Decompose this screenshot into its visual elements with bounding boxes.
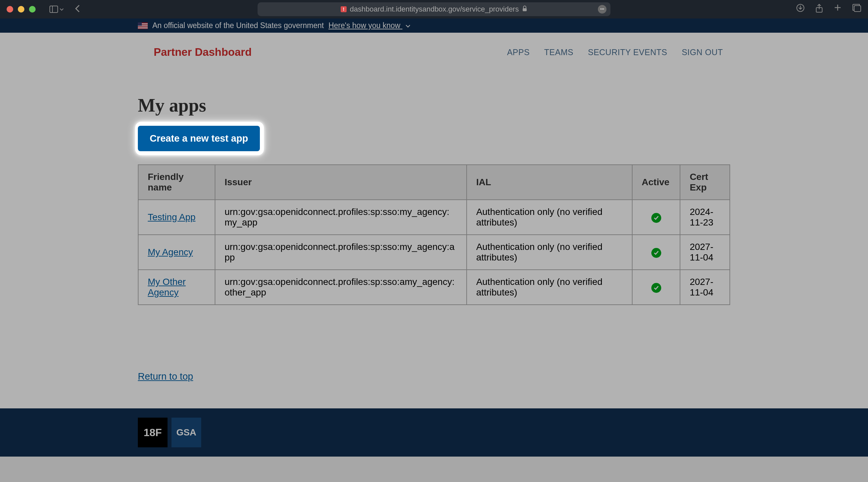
apps-table: Friendly name Issuer IAL Active Cert Exp… [138, 164, 730, 305]
gov-banner-text: An official website of the United States… [152, 21, 324, 30]
cert-cell: 2024-11-23 [680, 200, 730, 235]
check-circle-icon [651, 213, 661, 223]
gsa-logo[interactable]: GSA [172, 418, 201, 447]
check-circle-icon [651, 248, 661, 258]
table-row: My Other Agency urn:gov:gsa:openidconnec… [138, 270, 730, 305]
nav-sign-out[interactable]: SIGN OUT [682, 48, 723, 57]
check-circle-icon [651, 283, 661, 293]
create-button-highlight: Create a new test app [138, 126, 260, 151]
header-bar: Partner Dashboard APPS TEAMS SECURITY EV… [0, 33, 868, 72]
svg-rect-0 [50, 6, 58, 12]
cert-cell: 2027-11-04 [680, 270, 730, 305]
app-link[interactable]: My Other Agency [148, 277, 186, 297]
18f-logo[interactable]: 18F [138, 418, 167, 447]
url-bar[interactable]: ! dashboard.int.identitysandbox.gov/serv… [257, 2, 611, 16]
tabs-overview-icon[interactable] [852, 4, 861, 15]
ial-cell: Authentication only (no verified attribu… [467, 200, 632, 235]
page-title: My apps [138, 95, 730, 116]
ial-cell: Authentication only (no verified attribu… [467, 270, 632, 305]
us-flag-icon [138, 23, 148, 29]
downloads-icon[interactable] [796, 4, 805, 15]
issuer-cell: urn:gov:gsa:openidconnect.profiles:sp:ss… [215, 235, 467, 270]
th-friendly-name: Friendly name [138, 165, 215, 200]
table-header-row: Friendly name Issuer IAL Active Cert Exp [138, 165, 730, 200]
app-link[interactable]: My Agency [148, 247, 193, 257]
warning-icon: ! [341, 6, 347, 12]
extension-icon[interactable]: ••• [598, 5, 607, 13]
nav-security-events[interactable]: SECURITY EVENTS [588, 48, 667, 57]
gov-banner: An official website of the United States… [0, 19, 868, 33]
return-to-top-link[interactable]: Return to top [138, 371, 193, 382]
maximize-window-button[interactable] [29, 6, 36, 12]
th-ial: IAL [467, 165, 632, 200]
active-cell [632, 235, 680, 270]
back-button[interactable] [74, 4, 81, 15]
nav-links: APPS TEAMS SECURITY EVENTS SIGN OUT [507, 48, 723, 57]
nav-apps[interactable]: APPS [507, 48, 530, 57]
issuer-cell: urn:gov:gsa:openidconnect.profiles:sp:ss… [215, 270, 467, 305]
browser-chrome: ! dashboard.int.identitysandbox.gov/serv… [0, 0, 868, 19]
svg-rect-2 [523, 8, 527, 11]
active-cell [632, 270, 680, 305]
window-controls [7, 6, 36, 12]
close-window-button[interactable] [7, 6, 13, 12]
brand-logo[interactable]: Partner Dashboard [154, 46, 252, 58]
issuer-cell: urn:gov:gsa:openidconnect.profiles:sp:ss… [215, 200, 467, 235]
nav-teams[interactable]: TEAMS [544, 48, 574, 57]
footer: 18F GSA [0, 408, 868, 457]
ial-cell: Authentication only (no verified attribu… [467, 235, 632, 270]
url-text: dashboard.int.identitysandbox.gov/servic… [350, 5, 519, 13]
app-link[interactable]: Testing App [148, 212, 195, 222]
create-new-test-app-button[interactable]: Create a new test app [138, 126, 260, 151]
cert-cell: 2027-11-04 [680, 235, 730, 270]
active-cell [632, 200, 680, 235]
share-icon[interactable] [815, 4, 823, 15]
svg-rect-9 [854, 6, 861, 11]
sidebar-toggle-button[interactable] [50, 6, 64, 13]
minimize-window-button[interactable] [18, 6, 24, 12]
table-row: My Agency urn:gov:gsa:openidconnect.prof… [138, 235, 730, 270]
how-you-know-link[interactable]: Here's how you know [329, 21, 411, 30]
table-row: Testing App urn:gov:gsa:openidconnect.pr… [138, 200, 730, 235]
th-cert-exp: Cert Exp [680, 165, 730, 200]
th-active: Active [632, 165, 680, 200]
lock-icon [522, 5, 527, 13]
browser-right-controls [796, 4, 861, 15]
new-tab-icon[interactable] [834, 4, 842, 15]
th-issuer: Issuer [215, 165, 467, 200]
